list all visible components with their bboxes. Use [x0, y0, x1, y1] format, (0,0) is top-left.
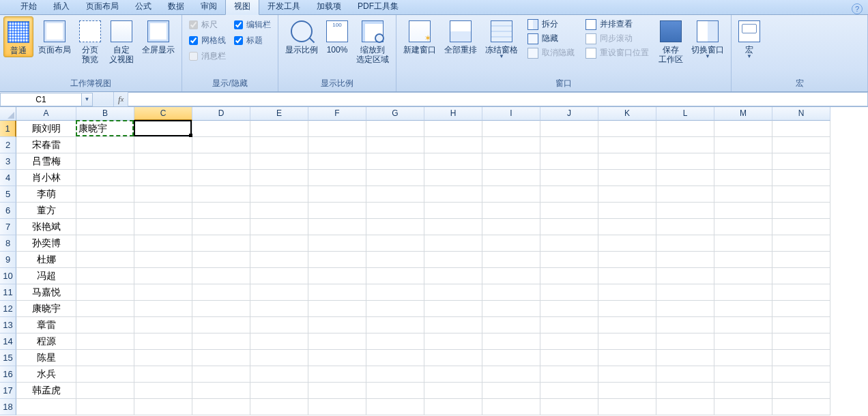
cell-G2[interactable] — [366, 137, 424, 153]
cell-C12[interactable] — [134, 301, 192, 317]
cell-F14[interactable] — [308, 333, 366, 350]
row-header-5[interactable]: 5 — [0, 186, 16, 203]
cell-G1[interactable] — [366, 121, 424, 137]
cell-K15[interactable] — [598, 350, 656, 366]
cell-J12[interactable] — [540, 301, 598, 317]
zoom-100-button[interactable]: 100 100% — [323, 16, 351, 56]
column-header-B[interactable]: B — [76, 107, 134, 121]
cell-A18[interactable] — [16, 399, 76, 415]
cell-N13[interactable] — [772, 317, 830, 333]
tab-insert[interactable]: 插入 — [45, 0, 78, 14]
column-header-I[interactable]: I — [482, 107, 540, 121]
chk-headings[interactable]: 标题 — [234, 35, 271, 46]
cell-F16[interactable] — [308, 366, 366, 383]
cell-G3[interactable] — [366, 153, 424, 170]
row-header-18[interactable]: 18 — [0, 399, 16, 415]
row-header-15[interactable]: 15 — [0, 350, 16, 366]
cell-N6[interactable] — [772, 203, 830, 219]
tab-pagelayout[interactable]: 页面布局 — [78, 0, 127, 14]
column-header-C[interactable]: C — [134, 107, 192, 121]
view-pagelayout-button[interactable]: 页面布局 — [35, 16, 74, 56]
cell-J13[interactable] — [540, 317, 598, 333]
cell-K12[interactable] — [598, 301, 656, 317]
cell-K7[interactable] — [598, 219, 656, 235]
cell-D16[interactable] — [192, 366, 250, 383]
cell-F6[interactable] — [308, 203, 366, 219]
cell-L1[interactable] — [656, 121, 714, 137]
cell-C7[interactable] — [134, 219, 192, 235]
cell-N7[interactable] — [772, 219, 830, 235]
cell-A10[interactable]: 冯超 — [16, 268, 76, 284]
cell-N12[interactable] — [772, 301, 830, 317]
cell-H1[interactable] — [424, 121, 482, 137]
cell-D18[interactable] — [192, 399, 250, 415]
cell-D4[interactable] — [192, 170, 250, 186]
cell-E12[interactable] — [250, 301, 308, 317]
cell-A12[interactable]: 康晓宇 — [16, 301, 76, 317]
cell-N10[interactable] — [772, 268, 830, 284]
cell-E14[interactable] — [250, 333, 308, 350]
cell-I1[interactable] — [482, 121, 540, 137]
cell-N5[interactable] — [772, 186, 830, 203]
cell-L9[interactable] — [656, 252, 714, 268]
cell-F18[interactable] — [308, 399, 366, 415]
cell-I17[interactable] — [482, 383, 540, 399]
cell-L6[interactable] — [656, 203, 714, 219]
view-fullscreen-button[interactable]: 全屏显示 — [139, 16, 178, 56]
cell-B14[interactable] — [76, 333, 134, 350]
cell-H17[interactable] — [424, 383, 482, 399]
cell-J5[interactable] — [540, 186, 598, 203]
cell-I10[interactable] — [482, 268, 540, 284]
cell-D17[interactable] — [192, 383, 250, 399]
cell-K13[interactable] — [598, 317, 656, 333]
cell-H5[interactable] — [424, 186, 482, 203]
cell-J9[interactable] — [540, 252, 598, 268]
tab-addins[interactable]: 加载项 — [308, 0, 349, 14]
cell-A16[interactable]: 水兵 — [16, 366, 76, 383]
cell-H13[interactable] — [424, 317, 482, 333]
cell-B15[interactable] — [76, 350, 134, 366]
cell-L15[interactable] — [656, 350, 714, 366]
cell-B17[interactable] — [76, 383, 134, 399]
cell-M2[interactable] — [714, 137, 772, 153]
cell-B7[interactable] — [76, 219, 134, 235]
cell-B5[interactable] — [76, 186, 134, 203]
cell-I3[interactable] — [482, 153, 540, 170]
cell-L3[interactable] — [656, 153, 714, 170]
cell-H11[interactable] — [424, 284, 482, 301]
cell-C16[interactable] — [134, 366, 192, 383]
chk-gridlines[interactable]: 网格线 — [189, 35, 226, 46]
chk-formulabar[interactable]: 编辑栏 — [234, 19, 271, 31]
cell-C6[interactable] — [134, 203, 192, 219]
switch-window-button[interactable]: 切换窗口 ▼ — [688, 16, 727, 60]
cell-M17[interactable] — [714, 383, 772, 399]
cell-E9[interactable] — [250, 252, 308, 268]
tab-formulas[interactable]: 公式 — [127, 0, 160, 14]
cell-G12[interactable] — [366, 301, 424, 317]
cell-L17[interactable] — [656, 383, 714, 399]
cell-J10[interactable] — [540, 268, 598, 284]
cell-L2[interactable] — [656, 137, 714, 153]
cell-H4[interactable] — [424, 170, 482, 186]
cell-E11[interactable] — [250, 284, 308, 301]
cell-E3[interactable] — [250, 153, 308, 170]
cell-E10[interactable] — [250, 268, 308, 284]
cell-K17[interactable] — [598, 383, 656, 399]
cell-E16[interactable] — [250, 366, 308, 383]
cell-A14[interactable]: 程源 — [16, 333, 76, 350]
cell-B11[interactable] — [76, 284, 134, 301]
row-header-12[interactable]: 12 — [0, 301, 16, 317]
cell-A6[interactable]: 董方 — [16, 203, 76, 219]
cell-K16[interactable] — [598, 366, 656, 383]
cell-M1[interactable] — [714, 121, 772, 137]
cell-G5[interactable] — [366, 186, 424, 203]
cell-I18[interactable] — [482, 399, 540, 415]
cell-A8[interactable]: 孙奕博 — [16, 235, 76, 252]
macros-button[interactable]: 宏 ▼ — [735, 16, 764, 60]
cell-A3[interactable]: 吕雪梅 — [16, 153, 76, 170]
cell-K11[interactable] — [598, 284, 656, 301]
cell-H9[interactable] — [424, 252, 482, 268]
row-header-6[interactable]: 6 — [0, 203, 16, 219]
column-header-K[interactable]: K — [598, 107, 656, 121]
row-header-11[interactable]: 11 — [0, 284, 16, 301]
